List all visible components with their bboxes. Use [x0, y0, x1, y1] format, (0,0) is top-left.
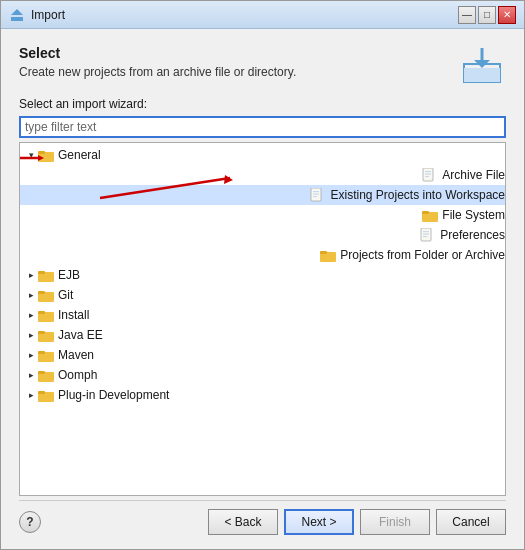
button-bar: ? < Back Next > Finish Cancel	[19, 500, 506, 539]
svg-rect-21	[423, 236, 427, 237]
toggle-oomph[interactable]	[24, 368, 38, 382]
toggle-install[interactable]	[24, 308, 38, 322]
toggle-ejb[interactable]	[24, 268, 38, 282]
next-button[interactable]: Next >	[284, 509, 354, 535]
tree-label-git: Git	[58, 288, 73, 302]
toggle-javaee[interactable]	[24, 328, 38, 342]
svg-marker-1	[11, 9, 23, 15]
header-text: Select Create new projects from an archi…	[19, 45, 296, 79]
toggle-plugin[interactable]	[24, 388, 38, 402]
help-button[interactable]: ?	[19, 511, 41, 533]
import-dialog: Import — □ ✕ Select Create new projects …	[0, 0, 525, 550]
tree-item-file-system[interactable]: File System	[20, 205, 505, 225]
tree-label-oomph: Oomph	[58, 368, 97, 382]
folder-icon-plugin	[38, 388, 54, 402]
file-icon-prefs	[420, 228, 436, 242]
dialog-description: Create new projects from an archive file…	[19, 65, 296, 79]
toggle-maven[interactable]	[24, 348, 38, 362]
svg-rect-23	[320, 251, 327, 254]
svg-rect-13	[313, 191, 319, 192]
svg-rect-35	[38, 371, 45, 374]
svg-rect-7	[38, 151, 45, 154]
folder-icon-ejb	[38, 268, 54, 282]
tree-item-general[interactable]: General	[20, 145, 505, 165]
svg-rect-37	[38, 391, 45, 394]
window-icon	[9, 7, 25, 23]
folder-icon-javaee	[38, 328, 54, 342]
tree-label-maven: Maven	[58, 348, 94, 362]
svg-rect-9	[425, 171, 431, 172]
tree-item-ejb[interactable]: EJB	[20, 265, 505, 285]
svg-rect-17	[422, 211, 429, 214]
tree-item-projects-from-folder[interactable]: Projects from Folder or Archive	[20, 245, 505, 265]
svg-rect-29	[38, 311, 45, 314]
folder-icon-general	[38, 148, 54, 162]
tree-container: General Archive File Existing Pr	[19, 142, 506, 496]
back-button[interactable]: < Back	[208, 509, 278, 535]
svg-rect-27	[38, 291, 45, 294]
tree-item-preferences[interactable]: Preferences	[20, 225, 505, 245]
folder-icon-maven	[38, 348, 54, 362]
filter-input[interactable]	[19, 116, 506, 138]
dialog-content: Select Create new projects from an archi…	[1, 29, 524, 549]
tree-label-install: Install	[58, 308, 89, 322]
cancel-button[interactable]: Cancel	[436, 509, 506, 535]
svg-rect-31	[38, 331, 45, 334]
svg-rect-10	[425, 174, 431, 175]
tree-item-git[interactable]: Git	[20, 285, 505, 305]
toggle-git[interactable]	[24, 288, 38, 302]
svg-rect-19	[423, 231, 429, 232]
tree-item-existing-projects[interactable]: Existing Projects into Workspace	[20, 185, 505, 205]
tree-label-projects-folder: Projects from Folder or Archive	[340, 248, 505, 262]
tree-item-javaee[interactable]: Java EE	[20, 325, 505, 345]
tree-label-preferences: Preferences	[440, 228, 505, 242]
tree-label-existing-projects: Existing Projects into Workspace	[330, 188, 505, 202]
close-button[interactable]: ✕	[498, 6, 516, 24]
folder-icon-projects	[320, 248, 336, 262]
svg-rect-15	[313, 196, 317, 197]
tree-item-maven[interactable]: Maven	[20, 345, 505, 365]
tree-label-general: General	[58, 148, 101, 162]
tree-item-archive-file[interactable]: Archive File	[20, 165, 505, 185]
folder-icon-filesystem	[422, 208, 438, 222]
tree-label-javaee: Java EE	[58, 328, 103, 342]
tree-item-plugin[interactable]: Plug-in Development	[20, 385, 505, 405]
toggle-general[interactable]	[24, 148, 38, 162]
wizard-icon	[458, 45, 506, 85]
svg-rect-0	[11, 17, 23, 21]
finish-button[interactable]: Finish	[360, 509, 430, 535]
svg-rect-20	[423, 234, 429, 235]
title-bar: Import — □ ✕	[1, 1, 524, 29]
svg-rect-33	[38, 351, 45, 354]
maximize-button[interactable]: □	[478, 6, 496, 24]
tree-label-file-system: File System	[442, 208, 505, 222]
folder-icon-git	[38, 288, 54, 302]
folder-icon-install	[38, 308, 54, 322]
minimize-button[interactable]: —	[458, 6, 476, 24]
file-icon-archive	[422, 168, 438, 182]
window-controls: — □ ✕	[458, 6, 516, 24]
tree-label-ejb: EJB	[58, 268, 80, 282]
tree-label-archive-file: Archive File	[442, 168, 505, 182]
svg-rect-25	[38, 271, 45, 274]
svg-rect-14	[313, 194, 319, 195]
svg-rect-3	[464, 68, 500, 82]
file-icon-existing	[310, 188, 326, 202]
filter-label: Select an import wizard:	[19, 97, 506, 111]
tree-item-oomph[interactable]: Oomph	[20, 365, 505, 385]
svg-rect-11	[425, 176, 429, 177]
tree-list[interactable]: General Archive File Existing Pr	[20, 143, 505, 495]
window-title: Import	[31, 8, 458, 22]
dialog-title: Select	[19, 45, 296, 61]
folder-icon-oomph	[38, 368, 54, 382]
tree-label-plugin: Plug-in Development	[58, 388, 169, 402]
header-section: Select Create new projects from an archi…	[19, 45, 506, 85]
tree-item-install[interactable]: Install	[20, 305, 505, 325]
